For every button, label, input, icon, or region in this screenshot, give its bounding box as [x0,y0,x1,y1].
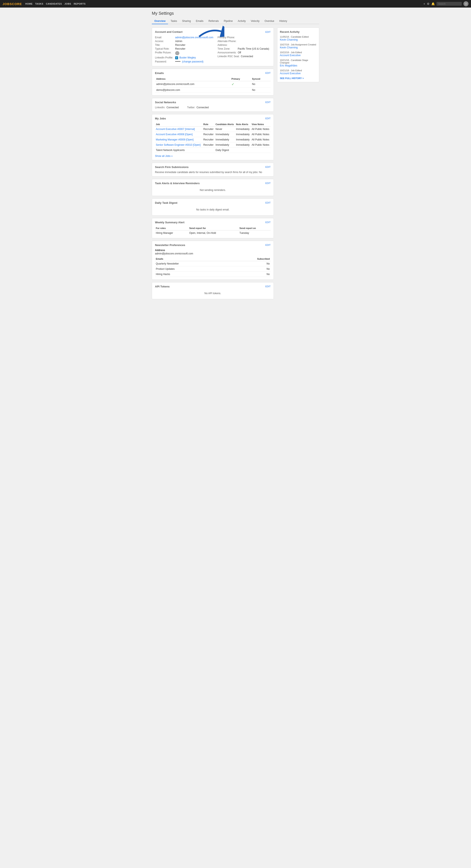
newsletter-table: Emails Subscribed Quarterly Newsletter N… [155,257,271,277]
announcements-label: Announcements: [218,51,237,54]
activity-item-4: 10/21/18 - Candidate Stage Changed Eric … [280,59,316,67]
job-vn-2: All Public Notes [251,132,271,137]
task-alerts-card: Task Alerts & Interview Reminders EDIT N… [152,179,274,196]
tab-pipeline[interactable]: Pipeline [221,18,235,24]
weekly-summary-edit-button[interactable]: EDIT [265,221,271,223]
recent-activity-title: Recent Activity [280,30,316,33]
newsletter-col-subscribed: Subscribed [228,257,271,261]
typical-role-label: Typical Role: [155,47,174,50]
activity-link-1[interactable]: Kevin Channing [280,38,298,41]
account-card: Account and Contact EDIT [152,28,274,66]
logo-job: JOB [2,2,10,6]
access-value: Admin [175,40,182,43]
tab-history[interactable]: History [277,18,289,24]
summary-col-report-for: Send report for [188,226,239,230]
jobs-table: Job Role Candidate Alerts Note Alerts Vi… [155,122,271,153]
activity-link-5[interactable]: Account Executive [280,72,301,75]
job-row-2: Account Executive #0008 [Open] Recruiter… [155,132,271,137]
job-name-3: Marketing Manager #0009 [Open] [155,137,202,142]
main-content: Account and Contact EDIT [152,28,274,302]
email-primary-1: ✓ [230,81,251,87]
weekly-summary-card: Weekly Summary Alert EDIT For roles Send… [152,218,274,238]
alternate-phone-label: Alternate Phone: [218,40,237,43]
account-edit-button[interactable]: EDIT [265,31,271,33]
newsletter-title: Newsletter Preferences [155,244,185,247]
linkedin-link[interactable]: Buster Wegley [179,56,196,59]
job-name-4: Senior Software Engineer #0010 [Open] [155,142,202,147]
task-alerts-edit-button[interactable]: EDIT [265,182,271,184]
typical-role-value: Recruiter [175,47,185,50]
weekly-summary-table: For roles Send report for Send report on… [155,226,271,236]
api-tokens-edit-button[interactable]: EDIT [265,285,271,288]
job-ca-2: Immediately [215,132,235,137]
see-full-history-link[interactable]: SEE FULL HISTORY > [280,77,316,80]
profile-avatar [175,51,179,55]
gear-icon[interactable]: ⚙ [427,2,430,5]
nav-jobs[interactable]: JOBS [64,2,71,5]
twitter-label: Twitter: [187,106,195,109]
summary-report-for-1: Open, Internal, On-Hold [188,230,239,236]
change-password-link[interactable]: (change password) [182,60,203,63]
tabs-bar: Overview Tasks Sharing Emails Referrals … [152,18,319,24]
summary-col-report-on: Send report on [239,226,271,230]
nav-candidates[interactable]: CANDIDATES [46,2,62,5]
tab-overdue[interactable]: Overdue [262,18,277,24]
tab-referrals[interactable]: Referrals [206,18,221,24]
social-edit-button[interactable]: EDIT [265,101,271,103]
avatar[interactable]: U [464,1,469,6]
search-firm-card: Search Firm Submissions EDIT Receive imm… [152,163,274,177]
summary-report-on-1: Tuesday [239,230,271,236]
search-firm-edit-button[interactable]: EDIT [265,166,271,168]
weekly-summary-row-1: Hiring Manager Open, Internal, On-Hold T… [155,230,271,236]
search-firm-desc: Receive immediate candidate alerts for r… [155,171,271,174]
job-vn-4: All Public Notes [251,142,271,147]
newsletter-edit-button[interactable]: EDIT [265,244,271,246]
summary-col-roles: For roles [155,226,188,230]
timezone-value: Pacific Time (US & Canada) [238,47,269,50]
nav-home[interactable]: HOME [25,2,33,5]
nav-reports[interactable]: REPORTS [73,2,86,5]
tab-activity[interactable]: Activity [235,18,248,24]
emails-col-primary: Primary [230,77,251,81]
profile-picture-value [175,51,179,55]
email-synced-2: No [251,87,271,93]
activity-link-2[interactable]: Kevin Channing [280,46,298,49]
email-row-1: admin@jobscore.onmicrosoft.com ✓ No [155,81,271,87]
plus-icon[interactable]: + [423,2,425,5]
notification-icon[interactable]: 🔔 [431,2,435,5]
tab-tasks[interactable]: Tasks [168,18,180,24]
tab-velocity[interactable]: Velocity [248,18,262,24]
job-ca-1: Never [215,126,235,132]
job-na-2: Immediately [235,132,251,137]
newsletter-row-1: Quarterly Newsletter No [155,261,271,266]
twitter-item: Twitter: Connected [187,106,209,109]
linkedin-rsc-label: Linkedin RSC Seat: [218,55,240,58]
activity-link-3[interactable]: Account Executive [280,54,301,57]
show-all-jobs-link[interactable]: Show all Jobs » [155,155,271,157]
social-row: LinkedIn: Connected Twitter: Connected [155,106,271,109]
newsletter-subscribed-1: No [228,261,271,266]
tab-sharing[interactable]: Sharing [180,18,193,24]
job-ca-4: Immediately [215,142,235,147]
nav-tasks[interactable]: TASKS [35,2,43,5]
my-jobs-edit-button[interactable]: EDIT [265,117,271,120]
daily-digest-edit-button[interactable]: EDIT [265,202,271,204]
linkedin-social-value: Connected [166,106,179,109]
job-na-4: Immediately [235,142,251,147]
emails-edit-button[interactable]: EDIT [265,72,271,74]
emails-col-synced: Synced [251,77,271,81]
activity-link-4[interactable]: Eric Magalhães [280,64,297,67]
social-title: Social Networks [155,101,176,104]
job-row-3: Marketing Manager #0009 [Open] Recruiter… [155,137,271,142]
search-input[interactable] [437,2,462,6]
tab-emails[interactable]: Emails [193,18,206,24]
logo[interactable]: JOBSCORE [2,2,22,6]
job-ca-3: Immediately [215,137,235,142]
job-row-4: Senior Software Engineer #0010 [Open] Re… [155,142,271,147]
tab-overview[interactable]: Overview [152,18,168,24]
activity-date-4: 10/21/18 - Candidate Stage Changed [280,59,316,64]
job-name-5: Talent Network Applicants [155,147,202,153]
job-na-3: Immediately [235,137,251,142]
newsletter-col-emails: Emails [155,257,228,261]
jobs-col-note-alerts: Note Alerts [235,122,251,127]
